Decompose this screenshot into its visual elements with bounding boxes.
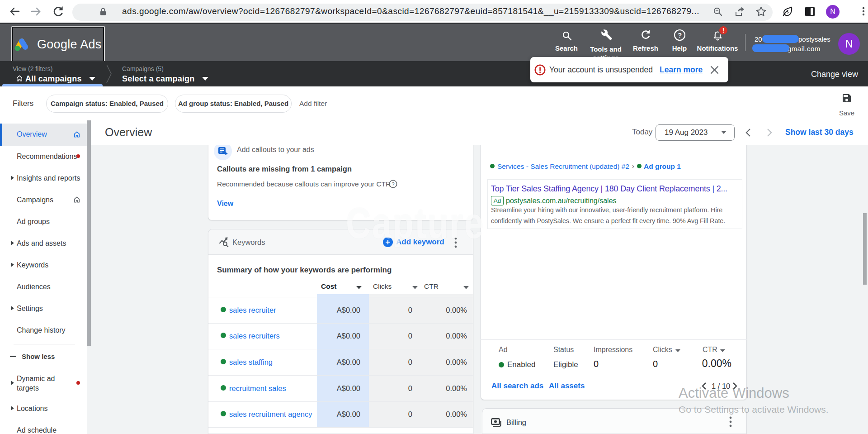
svg-text:?: ?: [678, 31, 682, 39]
svg-text:?: ?: [392, 181, 394, 187]
